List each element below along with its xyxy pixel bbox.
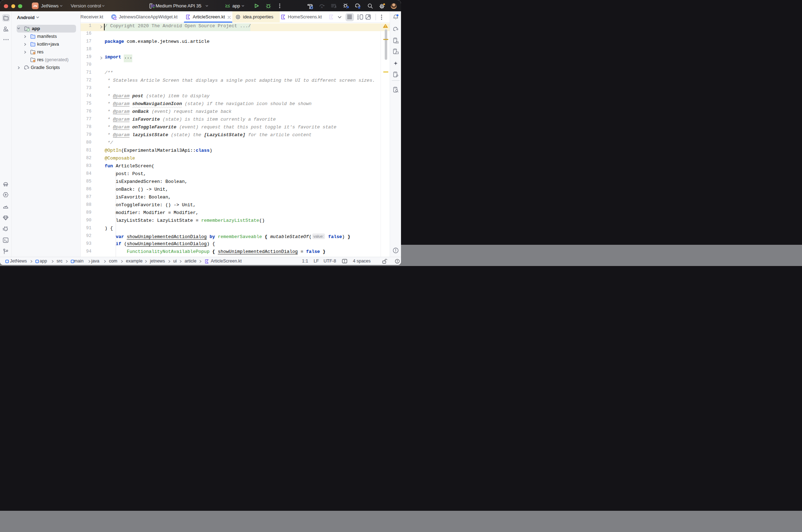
svg-text:A: A <box>321 6 323 9</box>
